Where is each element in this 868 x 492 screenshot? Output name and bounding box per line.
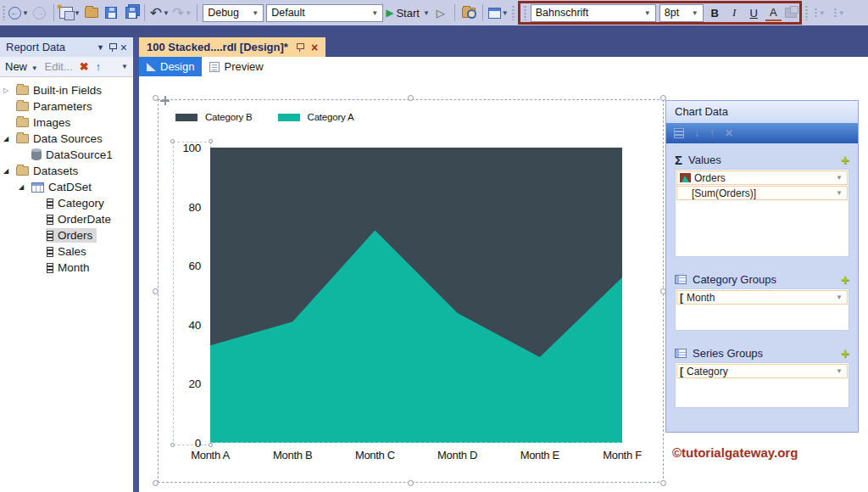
selection-handle[interactable] bbox=[408, 95, 414, 101]
add-value-button[interactable]: + bbox=[841, 153, 849, 167]
tab-design[interactable]: Design bbox=[139, 57, 202, 76]
series-groups-list: [Category▼ bbox=[675, 362, 849, 408]
font-size-dropdown[interactable]: 8pt▼ bbox=[659, 4, 704, 22]
chart-move-grip[interactable] bbox=[160, 96, 170, 105]
field-row[interactable]: Orders▼ bbox=[676, 171, 848, 185]
panel-splitter[interactable] bbox=[133, 37, 139, 492]
chevron-down-icon[interactable]: ▼ bbox=[832, 294, 846, 301]
delete-icon[interactable]: ✖ bbox=[80, 60, 89, 73]
navigate-forward-button[interactable]: → bbox=[31, 3, 48, 23]
font-color-button[interactable]: A bbox=[765, 5, 782, 21]
watermark: ©tutorialgateway.org bbox=[672, 445, 798, 460]
chevron-down-icon[interactable]: ▼ bbox=[832, 174, 846, 182]
save-button[interactable] bbox=[103, 3, 120, 23]
panel-menu-icon[interactable]: ▼ bbox=[97, 43, 104, 52]
tree-item[interactable]: DataSource1 bbox=[0, 147, 133, 163]
selection-handle[interactable] bbox=[660, 480, 666, 486]
document-tab[interactable]: 100 Stacked....rdl [Design]* × bbox=[139, 37, 326, 57]
tree-item[interactable]: ◢Datasets bbox=[0, 163, 133, 179]
selection-handle[interactable] bbox=[153, 95, 159, 101]
pin-icon[interactable] bbox=[108, 42, 116, 53]
tree-item[interactable]: Parameters bbox=[0, 98, 133, 115]
area-chart-icon bbox=[680, 173, 691, 182]
add-category-group-button[interactable]: + bbox=[841, 272, 849, 287]
move-up-icon[interactable]: ↑ bbox=[709, 127, 715, 139]
close-icon[interactable]: × bbox=[120, 42, 127, 53]
italic-button[interactable]: I bbox=[726, 4, 743, 22]
redo-button[interactable]: ↷▼ bbox=[172, 3, 192, 23]
axis-handle[interactable] bbox=[209, 139, 213, 143]
field-icon bbox=[47, 247, 53, 257]
legend-swatch bbox=[278, 114, 300, 121]
save-all-button[interactable] bbox=[122, 3, 139, 23]
plot-svg bbox=[210, 148, 622, 443]
bold-button[interactable]: B bbox=[707, 4, 723, 22]
field-row[interactable]: [Category▼ bbox=[676, 364, 848, 378]
selection-handle[interactable] bbox=[153, 288, 159, 294]
edit-button[interactable]: Edit... bbox=[45, 60, 73, 73]
tree-item[interactable]: OrderDate bbox=[0, 211, 133, 227]
solution-explorer-button[interactable]: ▼ bbox=[488, 3, 509, 23]
field-row[interactable]: [Month▼ bbox=[676, 290, 848, 305]
tree-item-label: CatDSet bbox=[48, 181, 92, 193]
navigate-back-button[interactable]: ←▼ bbox=[8, 3, 29, 23]
format-painter-icon bbox=[785, 8, 797, 18]
move-down-icon[interactable]: ↓ bbox=[694, 127, 699, 139]
expanded-expander-icon[interactable]: ◢ bbox=[19, 183, 31, 191]
x-tick-label: Month F bbox=[603, 449, 642, 461]
delete-icon[interactable]: ✕ bbox=[725, 127, 733, 139]
properties-icon[interactable] bbox=[674, 128, 684, 138]
tree-item[interactable]: Month bbox=[0, 260, 133, 276]
toolbar-drag-handle[interactable] bbox=[523, 5, 527, 20]
y-tick-label: 100 bbox=[182, 142, 201, 154]
new-project-button[interactable]: ▼ bbox=[59, 3, 81, 23]
start-without-debug-button[interactable]: ▷ bbox=[432, 3, 449, 23]
tree-item[interactable]: ◢Data Sources bbox=[0, 131, 133, 147]
solution-config-dropdown[interactable]: Debug▼ bbox=[203, 4, 264, 22]
tree-item-label: Sales bbox=[58, 245, 86, 258]
undo-button[interactable]: ↶▼ bbox=[150, 3, 170, 23]
selection-handle[interactable] bbox=[153, 480, 159, 486]
underline-button[interactable]: U bbox=[746, 4, 762, 22]
align-tools-button[interactable]: ▼ bbox=[811, 3, 828, 23]
spacing-tools-button[interactable]: ▼ bbox=[831, 3, 848, 23]
move-up-icon[interactable]: ↑ bbox=[96, 60, 102, 73]
axis-handle[interactable] bbox=[170, 139, 175, 143]
toolbar-drag-handle[interactable] bbox=[2, 5, 6, 20]
selection-handle[interactable] bbox=[408, 480, 414, 486]
tab-preview[interactable]: Preview bbox=[202, 57, 270, 76]
find-in-files-button[interactable] bbox=[460, 3, 477, 23]
toolbar-drag-handle[interactable] bbox=[511, 5, 515, 20]
tree-item[interactable]: Images bbox=[0, 115, 133, 131]
toolbar-drag-handle[interactable] bbox=[804, 5, 809, 20]
toolbar-overflow-icon[interactable]: ▼ bbox=[121, 63, 128, 70]
add-series-group-button[interactable]: + bbox=[841, 346, 849, 361]
chart-data-toolbar: ↓ ↑ ✕ bbox=[666, 123, 858, 143]
tree-item[interactable]: ▷Built-in Fields bbox=[0, 82, 133, 98]
main-toolbar: ←▼ → ▼ ↶▼ ↷▼ Debug▼ Default▼ ▶Start▼ ▷ ▼… bbox=[0, 0, 868, 25]
collapsed-expander-icon[interactable]: ▷ bbox=[3, 87, 15, 94]
font-family-dropdown[interactable]: Bahnschrift▼ bbox=[531, 4, 656, 22]
close-icon[interactable]: × bbox=[311, 42, 318, 53]
axis-handle[interactable] bbox=[209, 443, 213, 447]
chevron-down-icon[interactable]: ▼ bbox=[832, 189, 846, 197]
x-axis-labels: Month AMonth BMonth CMonth DMonth EMonth… bbox=[210, 449, 622, 462]
tree-item[interactable]: Orders bbox=[0, 227, 133, 243]
chevron-down-icon[interactable]: ▼ bbox=[832, 367, 846, 375]
start-debug-button[interactable]: ▶Start▼ bbox=[386, 3, 430, 23]
expanded-expander-icon[interactable]: ◢ bbox=[3, 167, 15, 175]
solution-platform-dropdown[interactable]: Default▼ bbox=[266, 4, 383, 22]
plot-area[interactable] bbox=[210, 148, 622, 443]
field-row[interactable]: [Sum(Orders)]▼ bbox=[676, 186, 848, 200]
tree-item[interactable]: Sales bbox=[0, 243, 133, 260]
axis-handle[interactable] bbox=[170, 443, 175, 447]
tree-item[interactable]: Category bbox=[0, 195, 133, 211]
field-icon bbox=[47, 231, 53, 241]
table-icon bbox=[675, 349, 687, 358]
preview-icon bbox=[209, 62, 220, 72]
open-file-button[interactable] bbox=[83, 3, 100, 23]
pin-icon[interactable] bbox=[296, 42, 303, 53]
new-menu-button[interactable]: New ▼ bbox=[5, 60, 38, 73]
expanded-expander-icon[interactable]: ◢ bbox=[3, 135, 15, 143]
tree-item[interactable]: ◢CatDSet bbox=[0, 179, 133, 195]
